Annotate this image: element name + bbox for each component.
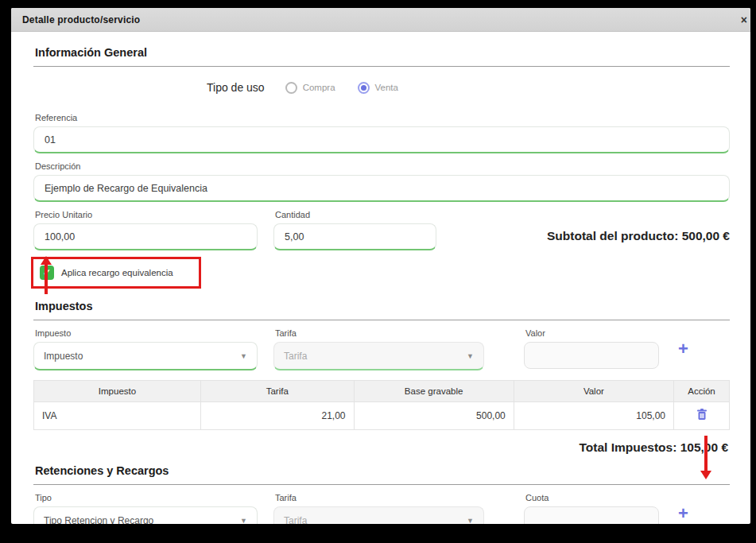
chevron-down-icon: ▼ [467, 352, 474, 360]
modal-titlebar: Detalle producto/servicio × [11, 8, 750, 32]
tipo-select-label: Tipo [35, 493, 258, 502]
descripcion-label: Descripción [35, 161, 730, 171]
impuestos-th-base: Base gravable [354, 381, 514, 402]
modal-content: Información General Tipo de uso Compra V… [11, 32, 750, 524]
product-detail-modal: Detalle producto/servicio × Información … [11, 8, 750, 524]
cuota-input[interactable] [524, 506, 659, 524]
section-heading-impuestos: Impuestos [33, 292, 730, 320]
impuestos-cell-tarifa: 21,00 [201, 402, 355, 430]
radio-venta[interactable]: Venta [358, 82, 398, 94]
tipo-de-uso-group: Tipo de uso Compra Venta [33, 67, 730, 105]
annotation-red-box-checkbox: ✓ Aplica recargo equivalencia [31, 257, 201, 289]
valor-input-label: Valor [525, 328, 659, 338]
valor-input[interactable] [524, 342, 659, 369]
tarifa-select-placeholder: Tarifa [284, 351, 307, 362]
impuestos-th-accion: Acción [674, 381, 730, 402]
precio-unitario-input[interactable] [33, 223, 258, 250]
add-impuesto-button[interactable]: + [678, 341, 688, 357]
impuesto-select[interactable]: Impuesto ▼ [33, 342, 258, 370]
impuestos-cell-base: 500,00 [354, 402, 514, 430]
table-row: IVA 21,00 500,00 105,00 [34, 402, 730, 430]
retencion-tarifa-placeholder: Tarifa [284, 515, 307, 525]
recargo-equivalencia-label: Aplica recargo equivalencia [61, 268, 173, 277]
cantidad-label: Cantidad [275, 210, 436, 219]
chevron-down-icon: ▼ [240, 517, 247, 525]
close-icon[interactable]: × [741, 14, 747, 26]
impuestos-cell-valor: 105,00 [514, 402, 673, 430]
impuestos-table-header-row: Impuesto Tarifa Base gravable Valor Acci… [34, 381, 730, 402]
chevron-down-icon: ▼ [240, 352, 247, 360]
impuestos-th-tarifa: Tarifa [201, 381, 355, 402]
tarifa-select-label: Tarifa [275, 328, 484, 338]
trash-icon [696, 409, 708, 421]
delete-impuesto-button[interactable] [696, 409, 708, 423]
precio-unitario-label: Precio Unitario [35, 210, 258, 219]
descripcion-input[interactable] [33, 175, 730, 202]
radio-venta-label: Venta [375, 83, 398, 92]
radio-compra[interactable]: Compra [285, 82, 335, 94]
impuestos-cell-impuesto: IVA [34, 402, 201, 430]
radio-venta-circle-icon [358, 82, 370, 94]
chevron-down-icon: ▼ [467, 517, 474, 525]
cantidad-input[interactable] [273, 223, 436, 250]
add-retencion-button[interactable]: + [678, 506, 688, 522]
impuesto-select-value: Impuesto [44, 351, 83, 362]
section-heading-retenciones: Retenciones y Recargos [33, 456, 730, 485]
radio-compra-label: Compra [303, 83, 335, 92]
retencion-tarifa-select-label: Tarifa [275, 493, 484, 502]
referencia-input[interactable] [33, 126, 730, 153]
impuestos-th-valor: Valor [514, 381, 673, 402]
impuesto-select-label: Impuesto [35, 328, 258, 338]
radio-compra-circle-icon [285, 82, 297, 94]
impuestos-th-impuesto: Impuesto [34, 381, 201, 402]
impuestos-table: Impuesto Tarifa Base gravable Valor Acci… [33, 380, 730, 430]
tipo-de-uso-label: Tipo de uso [207, 81, 265, 94]
tipo-retencion-select-value: Tipo Retencion y Recargo [44, 515, 153, 525]
subtotal-producto-text: Subtotal del producto: 500,00 € [547, 229, 730, 243]
section-heading-general: Información General [33, 38, 730, 67]
retencion-tarifa-select[interactable]: Tarifa ▼ [273, 506, 484, 524]
tipo-retencion-select[interactable]: Tipo Retencion y Recargo ▼ [33, 506, 258, 524]
tarifa-select[interactable]: Tarifa ▼ [273, 342, 484, 370]
modal-title: Detalle producto/servicio [22, 14, 140, 25]
referencia-label: Referencia [35, 113, 730, 122]
cuota-input-label: Cuota [525, 493, 659, 502]
